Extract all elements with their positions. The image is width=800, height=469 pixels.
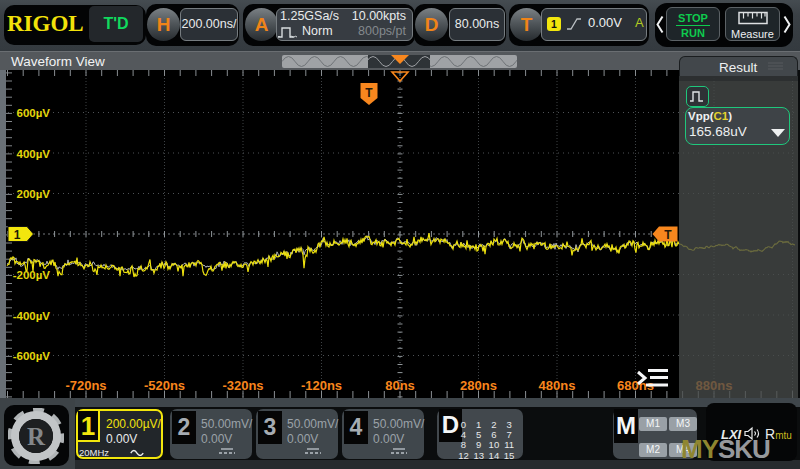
svg-text:-120ns: -120ns: [301, 378, 342, 393]
svg-text:400µV: 400µV: [17, 148, 51, 160]
svg-text:R: R: [27, 423, 46, 450]
svg-text:80ns: 80ns: [385, 378, 415, 393]
svg-text:T: T: [664, 228, 672, 242]
svg-text:1: 1: [14, 228, 21, 242]
svg-text:-600µV: -600µV: [13, 350, 51, 362]
svg-text:200µV: 200µV: [17, 188, 51, 200]
svg-text:480ns: 480ns: [539, 378, 576, 393]
svg-text:600µV: 600µV: [17, 107, 51, 119]
svg-text:-320ns: -320ns: [222, 378, 263, 393]
svg-text:-400µV: -400µV: [13, 310, 51, 322]
svg-text:280ns: 280ns: [460, 378, 497, 393]
svg-text:T: T: [365, 86, 373, 100]
svg-text:-720ns: -720ns: [65, 378, 106, 393]
svg-text:-520ns: -520ns: [144, 378, 185, 393]
svg-text:-200µV: -200µV: [13, 269, 51, 281]
